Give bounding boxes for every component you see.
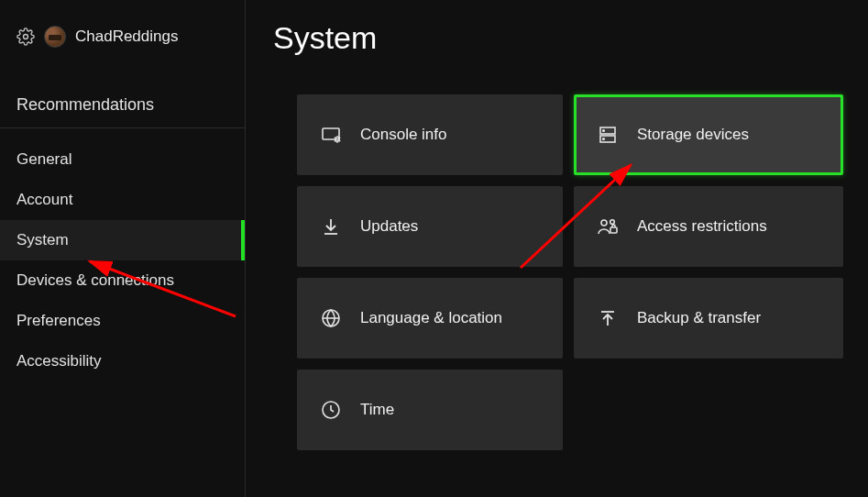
profile[interactable]: ChadReddings [0, 26, 245, 48]
page-title: System [273, 20, 846, 56]
avatar [44, 26, 66, 48]
sidebar-item-label: Account [16, 191, 72, 208]
sidebar-item-label: General [16, 150, 71, 168]
sidebar-item-preferences[interactable]: Preferences [0, 301, 245, 341]
svg-point-0 [24, 35, 28, 39]
upload-icon [597, 307, 619, 329]
tile-time[interactable]: Time [297, 370, 563, 450]
tile-language-location[interactable]: Language & location [297, 278, 563, 359]
svg-rect-9 [610, 227, 617, 233]
tile-label: Console info [360, 126, 447, 144]
sidebar-item-account[interactable]: Account [0, 180, 245, 220]
svg-point-6 [603, 138, 605, 140]
tile-label: Updates [360, 217, 418, 236]
sidebar-item-accessibility[interactable]: Accessibility [0, 341, 245, 381]
svg-point-7 [601, 220, 607, 226]
tile-console-info[interactable]: Console info [297, 94, 563, 175]
sidebar-item-label: Accessibility [16, 352, 102, 370]
clock-icon [320, 399, 342, 421]
sidebar-item-label: Preferences [16, 312, 101, 329]
sidebar-item-label: Devices & connections [16, 271, 174, 289]
tile-access-restrictions[interactable]: Access restrictions [574, 186, 843, 267]
svg-point-5 [603, 130, 605, 132]
globe-icon [320, 307, 342, 329]
tile-label: Storage devices [637, 126, 749, 144]
sidebar-item-system[interactable]: System [0, 220, 245, 260]
tile-label: Access restrictions [637, 217, 767, 236]
tile-label: Backup & transfer [637, 309, 761, 327]
gear-icon [16, 28, 35, 46]
sidebar-item-devices-connections[interactable]: Devices & connections [0, 260, 245, 301]
download-icon [320, 215, 342, 237]
tile-storage-devices[interactable]: Storage devices [574, 94, 843, 175]
sidebar-item-general[interactable]: General [0, 139, 245, 180]
people-lock-icon [597, 215, 619, 237]
profile-username: ChadReddings [75, 28, 178, 46]
sidebar-nav: General Account System Devices & connect… [0, 139, 245, 381]
monitor-gear-icon [320, 124, 342, 146]
tile-backup-transfer[interactable]: Backup & transfer [574, 278, 843, 359]
storage-icon [597, 124, 619, 146]
tile-label: Language & location [360, 309, 502, 327]
tile-label: Time [360, 401, 394, 419]
tile-updates[interactable]: Updates [297, 186, 563, 267]
sidebar-item-label: System [16, 231, 69, 248]
main-content: System Console info Storage devices [246, 0, 868, 497]
sidebar-section-header: Recommendations [0, 95, 245, 128]
tile-grid: Console info Storage devices Updates [297, 94, 846, 450]
sidebar: ChadReddings Recommendations General Acc… [0, 0, 246, 497]
svg-point-8 [610, 220, 615, 225]
